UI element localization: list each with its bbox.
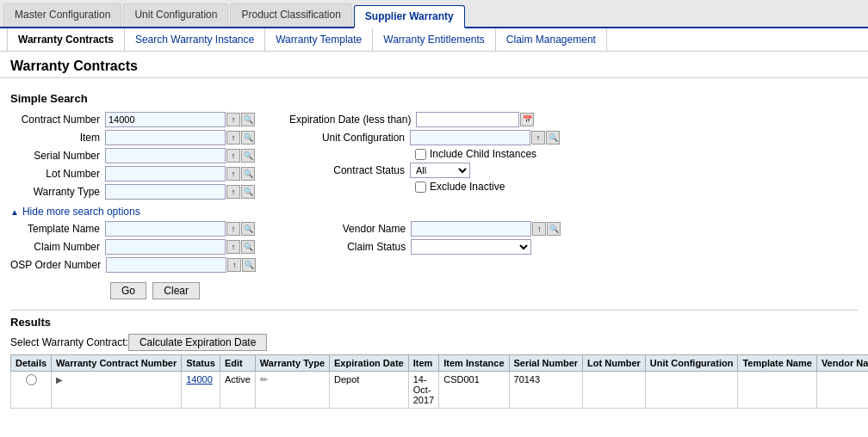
toggle-search-options[interactable]: ▲ Hide more search options [10, 206, 858, 218]
lot-number-label: Lot Number [10, 168, 105, 180]
tab-supplier-warranty[interactable]: Supplier Warranty [354, 5, 465, 28]
osp-order-input[interactable] [106, 257, 226, 273]
contract-number-lookup-btn[interactable]: ↑ [226, 113, 240, 126]
item-label: Item [10, 132, 105, 144]
warranty-type-input[interactable] [105, 184, 226, 200]
template-name-input-group: ↑ 🔍 [105, 221, 255, 237]
template-search-btn[interactable]: 🔍 [241, 222, 255, 236]
vendor-name-input[interactable] [411, 221, 531, 237]
item-search-btn[interactable]: 🔍 [241, 131, 255, 145]
search-left-col: Contract Number ↑ 🔍 Item ↑ 🔍 Serial Numb… [10, 112, 255, 202]
col-header-serial-number: Serial Number [509, 355, 583, 372]
claim-number-input-group: ↑ 🔍 [105, 239, 255, 255]
results-toolbar: Select Warranty Contract: Calculate Expi… [10, 334, 858, 351]
exclude-inactive-checkbox[interactable] [415, 182, 426, 193]
extra-right-col: Vendor Name ↑ 🔍 Claim Status Active Clos… [290, 221, 561, 275]
vendor-name-input-group: ↑ 🔍 [411, 221, 561, 237]
vendor-search-btn[interactable]: 🔍 [547, 222, 561, 236]
subnav-search-warranty[interactable]: Search Warranty Instance [125, 28, 265, 51]
claim-status-select[interactable]: Active Closed [411, 239, 531, 255]
serial-search-btn[interactable]: 🔍 [241, 149, 255, 163]
contract-number-input[interactable] [105, 112, 226, 127]
warranty-type-label: Warranty Type [10, 186, 105, 198]
search-buttons: Go Clear [110, 282, 858, 299]
template-name-label: Template Name [10, 223, 105, 235]
claim-number-input[interactable] [105, 239, 226, 255]
serial-number-input[interactable] [105, 148, 226, 163]
tab-master-config[interactable]: Master Configuration [3, 3, 121, 27]
lot-lookup-btn[interactable]: ↑ [226, 167, 240, 181]
row-expand-arrow[interactable]: ▶ [56, 375, 63, 385]
include-child-label: Include Child Instances [430, 148, 536, 160]
serial-number-input-group: ↑ 🔍 [105, 148, 255, 163]
claim-status-label: Claim Status [290, 241, 411, 253]
table-row: ▶ 14000 Active ✏ Depot 14-Oct-2017 CSD00… [11, 372, 869, 409]
col-header-warranty-type: Warranty Type [255, 355, 329, 372]
go-button[interactable]: Go [110, 282, 146, 299]
unit-config-input[interactable] [410, 130, 530, 145]
serial-number-row: Serial Number ↑ 🔍 [10, 148, 255, 163]
col-header-template-name: Template Name [738, 355, 817, 372]
expiration-date-input[interactable] [416, 112, 519, 127]
template-lookup-btn[interactable]: ↑ [226, 222, 240, 236]
osp-search-btn[interactable]: 🔍 [242, 258, 256, 272]
expiration-date-row: Expiration Date (less than) 📅 [289, 112, 560, 127]
contract-status-select[interactable]: All Active Inactive [410, 163, 470, 178]
toggle-arrow-icon: ▲ [10, 207, 19, 217]
row-edit-icon[interactable]: ✏ [260, 374, 268, 385]
lot-number-input[interactable] [105, 166, 226, 182]
unit-config-input-group: ↑ 🔍 [410, 130, 560, 145]
expiration-date-cal-btn[interactable]: 📅 [520, 113, 534, 126]
item-lookup-btn[interactable]: ↑ [226, 131, 240, 145]
item-input-group: ↑ 🔍 [105, 130, 255, 145]
exclude-inactive-label: Exclude Inactive [430, 181, 505, 193]
unit-config-lookup-btn[interactable]: ↑ [531, 131, 545, 145]
claim-number-row: Claim Number ↑ 🔍 [10, 239, 256, 255]
unit-config-search-btn[interactable]: 🔍 [546, 131, 560, 145]
vendor-lookup-btn[interactable]: ↑ [532, 222, 546, 236]
unit-config-label: Unit Configuration [289, 132, 410, 144]
contract-status-label: Contract Status [289, 164, 410, 176]
template-name-row: Template Name ↑ 🔍 [10, 221, 256, 237]
contract-status-row: Contract Status All Active Inactive [289, 163, 560, 178]
row-radio[interactable] [26, 374, 37, 385]
warranty-type-search-btn[interactable]: 🔍 [241, 185, 255, 199]
warranty-type-lookup-btn[interactable]: ↑ [226, 185, 240, 199]
simple-search-section: Simple Search Contract Number ↑ 🔍 Item ↑… [0, 85, 868, 306]
item-input[interactable] [105, 130, 226, 145]
subnav-claim-management[interactable]: Claim Management [496, 28, 607, 51]
claim-lookup-btn[interactable]: ↑ [226, 240, 240, 254]
results-section: Results Select Warranty Contract: Calcul… [0, 306, 868, 412]
vendor-name-label: Vendor Name [290, 223, 411, 235]
include-child-checkbox[interactable] [415, 149, 426, 160]
col-header-edit: Edit [220, 355, 255, 372]
results-title: Results [10, 310, 858, 329]
lot-number-input-group: ↑ 🔍 [105, 166, 255, 182]
search-section-title: Simple Search [10, 92, 858, 105]
subnav-warranty-entitlements[interactable]: Warranty Entitlements [373, 28, 496, 51]
subnav-warranty-template[interactable]: Warranty Template [265, 28, 373, 51]
sub-nav: Warranty Contracts Search Warranty Insta… [0, 28, 868, 52]
row-arrow-cell: ▶ [52, 372, 182, 409]
lot-number-row: Lot Number ↑ 🔍 [10, 166, 255, 182]
template-name-input[interactable] [105, 221, 226, 237]
contract-number-row: Contract Number ↑ 🔍 [10, 112, 255, 127]
osp-lookup-btn[interactable]: ↑ [227, 258, 241, 272]
row-expiration-date-cell: 14-Oct-2017 [408, 372, 438, 409]
select-label: Select Warranty Contract: [10, 336, 128, 348]
lot-search-btn[interactable]: 🔍 [241, 167, 255, 181]
subnav-warranty-contracts[interactable]: Warranty Contracts [7, 28, 125, 51]
serial-lookup-btn[interactable]: ↑ [226, 149, 240, 163]
warranty-contract-link[interactable]: 14000 [186, 374, 213, 385]
claim-search-btn[interactable]: 🔍 [241, 240, 255, 254]
clear-button[interactable]: Clear [152, 282, 200, 299]
contract-number-search-btn[interactable]: 🔍 [241, 113, 255, 126]
calc-expiration-btn[interactable]: Calculate Expiration Date [128, 334, 267, 351]
tab-unit-config[interactable]: Unit Configuration [123, 3, 228, 27]
exclude-inactive-row: Exclude Inactive [415, 181, 560, 193]
row-wcn-cell: 14000 [182, 372, 220, 409]
row-serial-cell [583, 372, 646, 409]
tab-product-class[interactable]: Product Classification [230, 3, 351, 27]
include-child-row: Include Child Instances [415, 148, 560, 160]
page-title: Warranty Contracts [0, 52, 868, 78]
